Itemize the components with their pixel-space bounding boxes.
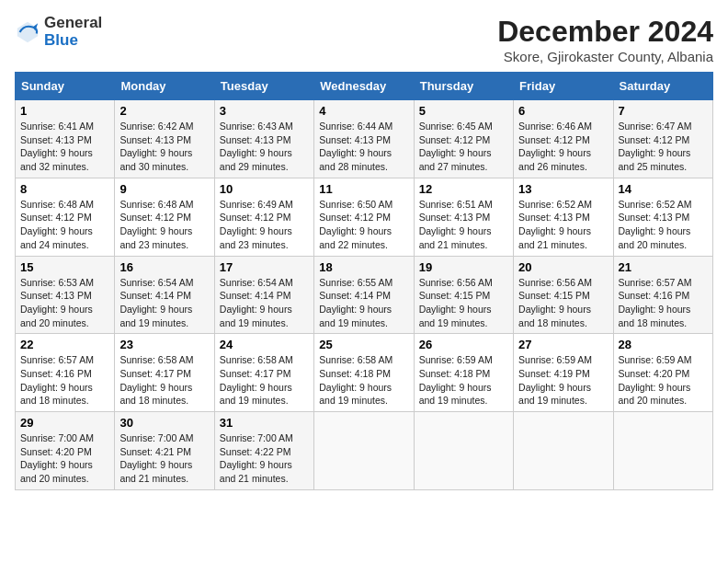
day-number: 27 — [518, 338, 608, 351]
day-number: 22 — [20, 338, 109, 351]
day-number: 7 — [619, 104, 708, 118]
day-number: 17 — [220, 260, 309, 274]
calendar-week-5: 29Sunrise: 7:00 AM Sunset: 4:20 PM Dayli… — [16, 412, 713, 490]
day-detail: Sunrise: 6:52 AM Sunset: 4:13 PM Dayligh… — [518, 198, 608, 252]
day-number: 2 — [119, 104, 209, 118]
calendar-cell: 7Sunrise: 6:47 AM Sunset: 4:12 PM Daylig… — [613, 100, 712, 178]
calendar-cell: 13Sunrise: 6:52 AM Sunset: 4:13 PM Dayli… — [514, 178, 613, 256]
calendar-header-row: SundayMondayTuesdayWednesdayThursdayFrid… — [16, 73, 713, 100]
day-detail: Sunrise: 6:50 AM Sunset: 4:12 PM Dayligh… — [319, 198, 408, 252]
calendar-cell: 1Sunrise: 6:41 AM Sunset: 4:13 PM Daylig… — [16, 100, 115, 178]
calendar-cell: 24Sunrise: 6:58 AM Sunset: 4:17 PM Dayli… — [214, 334, 313, 412]
calendar-body: 1Sunrise: 6:41 AM Sunset: 4:13 PM Daylig… — [16, 100, 713, 490]
column-header-sunday: Sunday — [16, 73, 115, 100]
day-detail: Sunrise: 6:54 AM Sunset: 4:14 PM Dayligh… — [119, 276, 209, 330]
calendar-week-2: 8Sunrise: 6:48 AM Sunset: 4:12 PM Daylig… — [16, 178, 713, 256]
day-detail: Sunrise: 6:56 AM Sunset: 4:15 PM Dayligh… — [419, 276, 508, 330]
day-number: 5 — [419, 104, 508, 118]
day-detail: Sunrise: 6:58 AM Sunset: 4:17 PM Dayligh… — [220, 353, 309, 408]
logo-icon — [15, 19, 40, 45]
logo-blue-text: Blue — [44, 32, 102, 50]
calendar-cell: 19Sunrise: 6:56 AM Sunset: 4:15 PM Dayli… — [414, 256, 513, 334]
day-number: 19 — [419, 260, 508, 274]
day-number: 6 — [518, 104, 608, 118]
calendar-cell: 17Sunrise: 6:54 AM Sunset: 4:14 PM Dayli… — [214, 256, 313, 334]
day-detail: Sunrise: 7:00 AM Sunset: 4:22 PM Dayligh… — [220, 431, 309, 486]
day-number: 11 — [319, 182, 408, 196]
column-header-thursday: Thursday — [414, 73, 513, 100]
column-header-saturday: Saturday — [613, 73, 712, 100]
day-number: 28 — [619, 338, 708, 351]
day-detail: Sunrise: 6:45 AM Sunset: 4:12 PM Dayligh… — [419, 120, 508, 174]
day-number: 4 — [319, 104, 408, 118]
title-area: December 2024 Skore, Gjirokaster County,… — [497, 15, 713, 64]
calendar-cell — [414, 412, 513, 490]
calendar-week-1: 1Sunrise: 6:41 AM Sunset: 4:13 PM Daylig… — [16, 100, 713, 178]
day-detail: Sunrise: 6:55 AM Sunset: 4:14 PM Dayligh… — [319, 276, 408, 330]
logo-text: General Blue — [44, 15, 102, 49]
calendar-cell: 25Sunrise: 6:58 AM Sunset: 4:18 PM Dayli… — [314, 334, 414, 412]
day-number: 14 — [619, 182, 708, 196]
calendar-cell: 11Sunrise: 6:50 AM Sunset: 4:12 PM Dayli… — [314, 178, 414, 256]
column-header-tuesday: Tuesday — [214, 73, 313, 100]
day-detail: Sunrise: 6:41 AM Sunset: 4:13 PM Dayligh… — [20, 120, 109, 174]
calendar-week-4: 22Sunrise: 6:57 AM Sunset: 4:16 PM Dayli… — [16, 334, 713, 412]
day-detail: Sunrise: 7:00 AM Sunset: 4:21 PM Dayligh… — [119, 431, 209, 486]
calendar-cell — [613, 412, 712, 490]
day-detail: Sunrise: 6:58 AM Sunset: 4:18 PM Dayligh… — [319, 353, 408, 408]
day-number: 1 — [20, 104, 109, 118]
subtitle: Skore, Gjirokaster County, Albania — [497, 49, 713, 64]
day-detail: Sunrise: 6:49 AM Sunset: 4:12 PM Dayligh… — [220, 198, 309, 252]
day-detail: Sunrise: 6:51 AM Sunset: 4:13 PM Dayligh… — [419, 198, 508, 252]
day-number: 23 — [119, 338, 209, 351]
day-number: 12 — [419, 182, 508, 196]
day-number: 31 — [220, 416, 309, 430]
calendar-cell: 18Sunrise: 6:55 AM Sunset: 4:14 PM Dayli… — [314, 256, 414, 334]
day-number: 9 — [119, 182, 209, 196]
day-number: 18 — [319, 260, 408, 274]
day-detail: Sunrise: 6:44 AM Sunset: 4:13 PM Dayligh… — [319, 120, 408, 174]
day-detail: Sunrise: 7:00 AM Sunset: 4:20 PM Dayligh… — [20, 431, 109, 486]
logo: General Blue — [15, 15, 102, 49]
day-number: 20 — [518, 260, 608, 274]
day-detail: Sunrise: 6:53 AM Sunset: 4:13 PM Dayligh… — [20, 276, 109, 330]
day-number: 8 — [20, 182, 109, 196]
calendar-cell: 21Sunrise: 6:57 AM Sunset: 4:16 PM Dayli… — [613, 256, 712, 334]
calendar-week-3: 15Sunrise: 6:53 AM Sunset: 4:13 PM Dayli… — [16, 256, 713, 334]
calendar-cell: 5Sunrise: 6:45 AM Sunset: 4:12 PM Daylig… — [414, 100, 513, 178]
day-detail: Sunrise: 6:56 AM Sunset: 4:15 PM Dayligh… — [518, 276, 608, 330]
calendar-cell: 4Sunrise: 6:44 AM Sunset: 4:13 PM Daylig… — [314, 100, 414, 178]
day-number: 15 — [20, 260, 109, 274]
calendar-cell: 2Sunrise: 6:42 AM Sunset: 4:13 PM Daylig… — [115, 100, 214, 178]
day-detail: Sunrise: 6:46 AM Sunset: 4:12 PM Dayligh… — [518, 120, 608, 174]
calendar-cell: 27Sunrise: 6:59 AM Sunset: 4:19 PM Dayli… — [514, 334, 613, 412]
column-header-friday: Friday — [514, 73, 613, 100]
day-number: 24 — [220, 338, 309, 351]
calendar-cell: 6Sunrise: 6:46 AM Sunset: 4:12 PM Daylig… — [514, 100, 613, 178]
day-detail: Sunrise: 6:47 AM Sunset: 4:12 PM Dayligh… — [619, 120, 708, 174]
day-number: 25 — [319, 338, 408, 351]
day-detail: Sunrise: 6:59 AM Sunset: 4:18 PM Dayligh… — [419, 353, 508, 408]
day-detail: Sunrise: 6:59 AM Sunset: 4:19 PM Dayligh… — [518, 353, 608, 408]
header: General Blue December 2024 Skore, Gjirok… — [15, 15, 713, 64]
calendar-cell: 29Sunrise: 7:00 AM Sunset: 4:20 PM Dayli… — [16, 412, 115, 490]
calendar-cell: 16Sunrise: 6:54 AM Sunset: 4:14 PM Dayli… — [115, 256, 214, 334]
day-number: 30 — [119, 416, 209, 430]
calendar-cell: 28Sunrise: 6:59 AM Sunset: 4:20 PM Dayli… — [613, 334, 712, 412]
calendar-cell: 30Sunrise: 7:00 AM Sunset: 4:21 PM Dayli… — [115, 412, 214, 490]
day-detail: Sunrise: 6:48 AM Sunset: 4:12 PM Dayligh… — [119, 198, 209, 252]
calendar-cell: 20Sunrise: 6:56 AM Sunset: 4:15 PM Dayli… — [514, 256, 613, 334]
day-detail: Sunrise: 6:59 AM Sunset: 4:20 PM Dayligh… — [619, 353, 708, 408]
column-header-wednesday: Wednesday — [314, 73, 414, 100]
logo-general-text: General — [44, 15, 102, 32]
day-detail: Sunrise: 6:48 AM Sunset: 4:12 PM Dayligh… — [20, 198, 109, 252]
calendar-cell — [514, 412, 613, 490]
day-detail: Sunrise: 6:57 AM Sunset: 4:16 PM Dayligh… — [20, 353, 109, 408]
calendar-cell: 10Sunrise: 6:49 AM Sunset: 4:12 PM Dayli… — [214, 178, 313, 256]
day-detail: Sunrise: 6:43 AM Sunset: 4:13 PM Dayligh… — [220, 120, 309, 174]
calendar-cell: 14Sunrise: 6:52 AM Sunset: 4:13 PM Dayli… — [613, 178, 712, 256]
calendar-table: SundayMondayTuesdayWednesdayThursdayFrid… — [15, 72, 713, 490]
calendar-cell: 9Sunrise: 6:48 AM Sunset: 4:12 PM Daylig… — [115, 178, 214, 256]
day-detail: Sunrise: 6:54 AM Sunset: 4:14 PM Dayligh… — [220, 276, 309, 330]
calendar-cell: 15Sunrise: 6:53 AM Sunset: 4:13 PM Dayli… — [16, 256, 115, 334]
